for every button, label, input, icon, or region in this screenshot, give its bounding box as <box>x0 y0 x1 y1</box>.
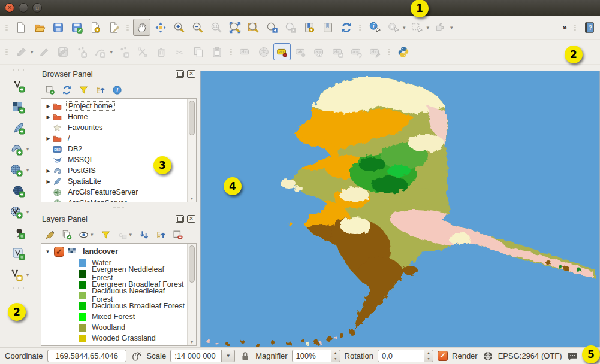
save-project-as-icon[interactable] <box>68 19 85 36</box>
expression-filter-dropdown-icon[interactable]: ▾ <box>128 232 134 238</box>
toggle-editing-icon[interactable] <box>36 43 53 60</box>
paste-features-icon[interactable] <box>208 43 225 60</box>
python-console-icon[interactable] <box>394 43 412 60</box>
expand-icon[interactable]: ▶ <box>44 179 52 184</box>
current-edits-icon[interactable] <box>12 43 29 60</box>
expand-icon[interactable]: ▶ <box>44 114 52 120</box>
new-scratch-layer-icon[interactable]: ✱ <box>7 266 25 284</box>
browser-item-home[interactable]: ▶Home <box>41 111 187 122</box>
toolbar-handle[interactable] <box>4 46 9 59</box>
scale-lock-icon[interactable] <box>239 350 251 362</box>
add-circular-string-dropdown-icon[interactable]: ▾ <box>109 49 114 55</box>
move-feature-icon[interactable] <box>115 43 132 60</box>
pin-labels-icon[interactable]: ab <box>273 43 291 60</box>
select-features-dropdown-icon[interactable]: ▾ <box>426 25 431 31</box>
refresh-browser-icon[interactable] <box>61 84 73 96</box>
toolbar-handle[interactable] <box>358 21 363 34</box>
window-minimize-icon[interactable]: – <box>19 3 28 13</box>
add-raster-layer-icon[interactable] <box>10 98 28 116</box>
help-contents-icon[interactable]: ? <box>580 19 598 36</box>
browser-item-db2[interactable]: DB2DB2 <box>41 144 187 154</box>
filter-browser-icon[interactable] <box>78 84 89 96</box>
zoom-full-icon[interactable] <box>226 19 243 36</box>
refresh-map-icon[interactable] <box>337 19 355 36</box>
pan-to-selection-icon[interactable] <box>152 19 169 36</box>
manage-themes-icon[interactable] <box>78 229 89 241</box>
layers-panel-close-icon[interactable]: ✕ <box>187 215 195 223</box>
layer-labeling-icon[interactable]: abc <box>236 43 254 60</box>
composer-manager-icon[interactable] <box>105 19 122 36</box>
delete-selected-icon[interactable] <box>152 43 170 60</box>
layers-panel-float-icon[interactable] <box>176 215 184 223</box>
add-mssql-layer-icon[interactable] <box>7 161 25 179</box>
scale-value[interactable]: :14 000 000 <box>170 350 222 362</box>
toolbar-handle[interactable] <box>228 46 233 59</box>
add-feature-icon[interactable]: ✱ <box>73 43 91 60</box>
new-shapefile-layer-icon[interactable] <box>10 245 28 263</box>
add-spatialite-layer-icon[interactable] <box>10 119 28 137</box>
toolbar-handle[interactable] <box>572 21 577 34</box>
extent-toggle-icon[interactable] <box>131 350 143 362</box>
messages-icon[interactable] <box>566 350 578 362</box>
layer-styling-icon[interactable] <box>44 229 56 241</box>
toolbar-handle[interactable] <box>12 287 25 292</box>
map-canvas[interactable] <box>200 71 600 347</box>
run-feature-action-dropdown-icon[interactable]: ▾ <box>402 25 407 31</box>
copy-features-icon[interactable] <box>189 43 207 60</box>
panel-splitter[interactable] <box>37 204 200 210</box>
collapse-all-layers-icon[interactable] <box>155 229 167 241</box>
properties-info-icon[interactable]: i <box>111 84 123 96</box>
add-wfs-layer-dropdown-icon[interactable]: ▾ <box>25 209 31 215</box>
zoom-next-icon[interactable] <box>282 19 299 36</box>
collapse-all-icon[interactable] <box>95 84 106 96</box>
open-project-icon[interactable] <box>31 19 48 36</box>
expand-icon[interactable]: ▶ <box>44 136 52 141</box>
toolbar-handle[interactable] <box>387 46 391 59</box>
toolbar-handle[interactable] <box>125 21 130 34</box>
select-features-icon[interactable] <box>408 19 426 36</box>
browser-item-arcgisfeatureserver[interactable]: ArcGisFeatureServer <box>41 187 187 198</box>
magnifier-value[interactable]: 100% <box>292 350 331 362</box>
expression-filter-icon[interactable]: ε <box>117 229 128 241</box>
zoom-to-layer-icon[interactable] <box>245 19 262 36</box>
scale-combo[interactable]: :14 000 000 ▼ <box>170 350 235 362</box>
add-wms-layer-icon[interactable] <box>10 182 28 200</box>
add-selected-layers-icon[interactable] <box>44 84 56 96</box>
add-mssql-layer-dropdown-icon[interactable]: ▾ <box>25 167 31 173</box>
rotation-spinner[interactable]: 0,0 ▲▼ <box>378 350 433 362</box>
crs-icon[interactable] <box>482 350 494 362</box>
browser-scrollbar[interactable]: ▾ <box>187 99 196 202</box>
new-project-icon[interactable] <box>12 19 29 36</box>
zoom-last-icon[interactable] <box>263 19 281 36</box>
show-hide-labels-icon[interactable]: abc <box>310 43 328 60</box>
coordinate-input[interactable]: 169.5844,65.4046 <box>47 350 126 362</box>
new-bookmark-icon[interactable] <box>300 19 318 36</box>
move-label-icon[interactable]: abc <box>329 43 346 60</box>
rotate-label-icon[interactable]: abc <box>348 43 365 60</box>
browser-item-project-home[interactable]: ▶Project home <box>41 101 187 111</box>
node-tool-icon[interactable] <box>134 43 151 60</box>
run-feature-action-icon[interactable] <box>384 19 402 36</box>
magnifier-spinner[interactable]: 100% ▲▼ <box>292 350 340 362</box>
new-print-composer-icon[interactable] <box>86 19 104 36</box>
pan-map-icon[interactable] <box>133 19 150 36</box>
browser-panel-close-icon[interactable]: ✕ <box>187 70 195 78</box>
highlight-pinned-labels-icon[interactable]: ab <box>292 43 309 60</box>
expand-icon[interactable]: ▶ <box>44 168 52 174</box>
window-maximize-icon[interactable]: □ <box>32 3 42 13</box>
toolbar-handle[interactable] <box>12 69 25 74</box>
browser-item--[interactable]: ▶/ <box>41 133 187 144</box>
scale-dropdown-icon[interactable]: ▼ <box>222 350 235 362</box>
add-circular-string-icon[interactable]: ✱ <box>92 43 109 60</box>
toolbar-handle[interactable] <box>4 21 9 34</box>
add-group-icon[interactable] <box>61 229 73 241</box>
render-checkbox[interactable]: ✓ <box>438 351 448 361</box>
browser-item-spatialite[interactable]: ▶SpatiaLite <box>41 176 187 187</box>
new-scratch-layer-dropdown-icon[interactable]: ▾ <box>25 272 31 278</box>
expand-all-icon[interactable] <box>138 229 150 241</box>
deselect-features-icon[interactable] <box>432 19 449 36</box>
layer-diagram-icon[interactable] <box>255 43 272 60</box>
remove-layer-icon[interactable] <box>172 229 183 241</box>
browser-item-favourites[interactable]: Favourites <box>41 122 187 133</box>
current-edits-dropdown-icon[interactable]: ▾ <box>29 49 35 55</box>
